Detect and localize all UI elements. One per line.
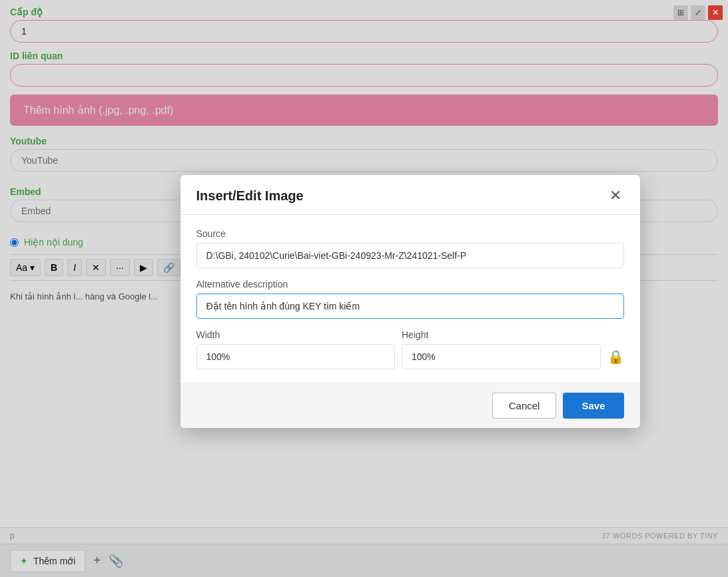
- lock-icon: 🔒: [607, 349, 624, 365]
- source-label: Source: [196, 228, 624, 239]
- source-input[interactable]: [196, 243, 624, 268]
- modal-body: Source Alternative description Width Hei…: [181, 215, 640, 383]
- save-button[interactable]: Save: [563, 393, 623, 419]
- width-label: Width: [196, 329, 396, 340]
- modal-header: Insert/Edit Image ✕: [181, 175, 640, 215]
- dimensions-row: Width Height 🔒: [196, 329, 624, 369]
- alt-desc-input[interactable]: [196, 293, 624, 319]
- height-input[interactable]: [402, 344, 601, 369]
- insert-edit-image-modal: Insert/Edit Image ✕ Source Alternative d…: [181, 175, 640, 428]
- width-group: Width: [196, 329, 396, 369]
- cancel-button[interactable]: Cancel: [492, 393, 557, 419]
- height-group: Height: [402, 329, 601, 369]
- height-label: Height: [402, 329, 601, 340]
- modal-close-button[interactable]: ✕: [607, 188, 624, 203]
- modal-title: Insert/Edit Image: [196, 188, 304, 204]
- alt-desc-label: Alternative description: [196, 279, 624, 289]
- width-input[interactable]: [196, 344, 396, 369]
- alt-desc-field-group: Alternative description: [196, 279, 624, 319]
- source-field-group: Source: [196, 228, 624, 268]
- modal-footer: Cancel Save: [181, 383, 640, 428]
